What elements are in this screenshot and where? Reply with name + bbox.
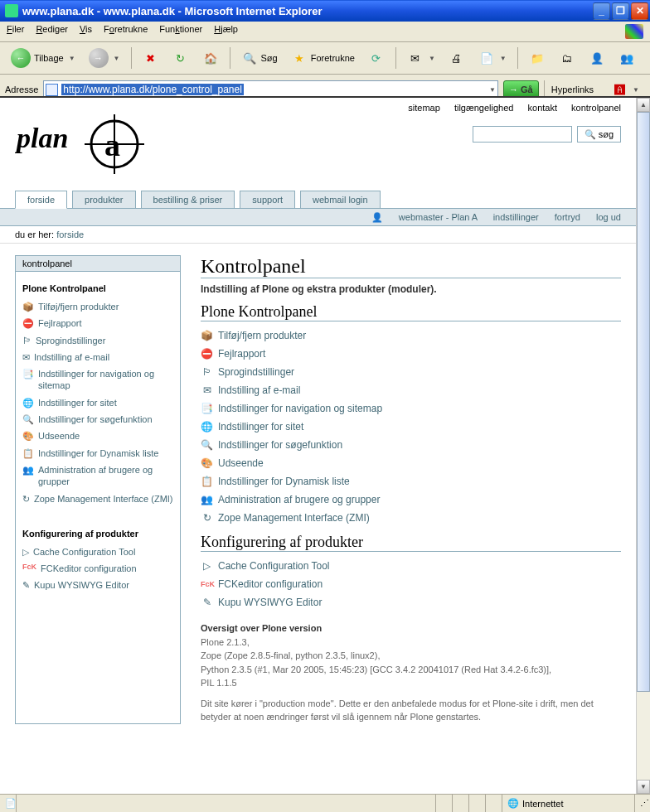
maximize-button[interactable]: ❐ — [612, 2, 629, 20]
app-icon — [5, 4, 18, 17]
window-titlebar: www.plana.dk - www.plana.dk - Microsoft … — [0, 0, 650, 22]
menubar: Filer Rediger Vis Foretrukne Funktioner … — [0, 22, 650, 42]
close-button[interactable]: ✕ — [631, 2, 648, 20]
forward-button[interactable]: →▼ — [83, 46, 126, 70]
print-button[interactable]: 🖨 — [443, 46, 471, 70]
stop-button[interactable]: ✖ — [137, 46, 165, 70]
browser-toolbar: ←Tilbage▼ →▼ ✖ ↻ 🏠 🔍Søg ★Foretrukne ⟳ ✉▼… — [0, 42, 650, 75]
minimize-button[interactable]: _ — [593, 2, 610, 20]
refresh-button[interactable]: ↻ — [167, 46, 195, 70]
menu-file[interactable]: Filer — [7, 24, 24, 39]
url-text[interactable]: http://www.plana.dk/plone_control_panel — [61, 84, 243, 95]
topnav-sitemap[interactable]: sitemap — [408, 103, 440, 105]
back-button[interactable]: ←Tilbage▼ — [5, 46, 81, 70]
page-icon — [46, 84, 58, 96]
vertical-scrollbar[interactable]: ▲ ▼ — [636, 98, 650, 105]
menu-view[interactable]: Vis — [80, 24, 92, 39]
history-button[interactable]: ⟳ — [362, 46, 390, 70]
address-dropdown-icon[interactable]: ▼ — [489, 86, 496, 94]
topnav-contact[interactable]: kontakt — [528, 103, 557, 105]
menu-tools[interactable]: Funktioner — [159, 24, 202, 39]
scroll-up-arrow[interactable]: ▲ — [637, 98, 650, 105]
page-content: plan a sitemap tilgængelighed kontakt ko… — [0, 98, 636, 105]
folder-button[interactable]: 📁 — [523, 46, 551, 70]
menu-help[interactable]: Hjælp — [214, 24, 238, 39]
menu-favorites[interactable]: Foretrukne — [104, 24, 148, 39]
tool-button-2[interactable]: 👤 — [583, 46, 611, 70]
topnav-controlpanel[interactable]: kontrolpanel — [571, 103, 621, 105]
tool-button-1[interactable]: 🗂 — [553, 46, 581, 70]
mail-button[interactable]: ✉▼ — [401, 46, 441, 70]
ie-brand-icon — [625, 24, 643, 39]
window-title: www.plana.dk - www.plana.dk - Microsoft … — [22, 5, 323, 17]
search-button[interactable]: 🔍Søg — [235, 46, 284, 70]
topnav-accessibility[interactable]: tilgængelighed — [454, 103, 514, 105]
favorites-button[interactable]: ★Foretrukne — [285, 46, 361, 70]
address-label: Adresse — [5, 85, 38, 94]
home-button[interactable]: 🏠 — [196, 46, 225, 70]
menu-edit[interactable]: Rediger — [36, 24, 68, 39]
tool-button-3[interactable]: 👥 — [613, 46, 641, 70]
edit-button[interactable]: 📄▼ — [473, 46, 512, 70]
